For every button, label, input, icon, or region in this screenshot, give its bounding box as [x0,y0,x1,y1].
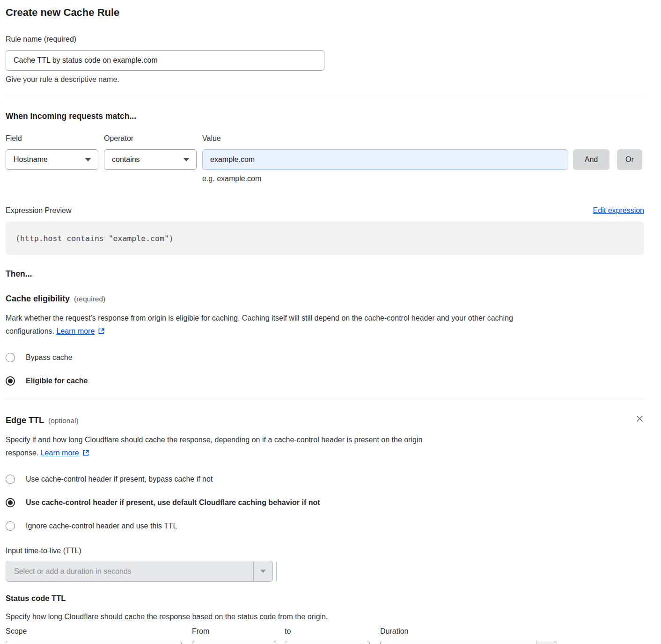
radio-eligible-for-cache[interactable]: Eligible for cache [6,376,88,386]
radio-ignore-header[interactable]: Ignore cache-control header and use this… [6,521,177,531]
operator-select[interactable]: contains [104,149,197,170]
chevron-down-icon [184,158,189,161]
description-text: Mark whether the request’s response from… [6,314,513,322]
rule-name-input[interactable] [6,50,324,71]
radio-bypass-cache[interactable]: Bypass cache [6,353,73,362]
value-column: Value e.g. example.com [202,134,568,183]
text-cursor [276,562,277,581]
edge-ttl-header: Edge TTL (optional) [6,414,644,425]
scope-label: Scope [6,627,182,636]
learn-more-link[interactable]: Learn more [41,449,79,457]
cache-eligibility-header: Cache eligibility (required) [6,294,644,304]
cache-eligibility-description: Mark whether the request’s response from… [6,312,644,339]
optional-tag: (optional) [48,417,79,425]
section-divider [6,399,644,399]
description-text: response. [6,449,38,457]
value-input[interactable] [202,149,568,170]
match-condition-row: Field Hostname Operator contains Value e… [6,134,644,183]
radio-icon [6,353,15,362]
radio-use-header-bypass[interactable]: Use cache-control header if present, byp… [6,475,213,484]
expression-header: Expression Preview Edit expression [6,206,644,215]
edge-ttl-title: Edge TTL [6,416,44,425]
radio-label: Use cache-control header if present, byp… [26,475,213,483]
duration-select-value: 1 day [381,641,536,644]
field-select[interactable]: Hostname [6,149,98,170]
and-button[interactable]: And [573,149,610,170]
field-select-value: Hostname [14,155,48,164]
rule-name-section: Rule name (required) Give your rule a de… [6,35,644,84]
ttl-input-label: Input time-to-live (TTL) [6,547,644,555]
chevron-down-icon [260,570,266,573]
duration-dropdown-button[interactable] [536,641,557,644]
scope-select[interactable]: Range [6,641,182,644]
operator-label: Operator [104,134,197,143]
edit-expression-link[interactable]: Edit expression [593,206,644,215]
status-code-ttl-section: Status code TTL Specify how long Cloudfl… [6,594,644,644]
match-heading: When incoming requests match... [6,111,644,121]
field-column: Field Hostname [6,134,98,170]
chevron-down-icon [85,158,91,161]
expression-code-block: (http.host contains "example.com") [6,221,644,255]
description-text: Specify if and how long Cloudflare shoul… [6,436,422,444]
expression-code: (http.host contains "example.com") [15,234,174,243]
page-title: Create new Cache Rule [6,7,644,19]
radio-icon [6,376,15,386]
ttl-duration-select[interactable]: Select or add a duration in seconds [6,561,273,582]
description-text: configurations. [6,327,54,335]
close-icon[interactable] [635,414,644,423]
radio-label: Ignore cache-control header and use this… [26,522,177,530]
radio-label: Use cache-control header if present, use… [26,498,320,507]
status-code-ttl-description: Specify how long Cloudflare should cache… [6,613,644,621]
required-tag: (required) [74,295,105,303]
value-help: e.g. example.com [202,175,568,183]
cache-eligibility-section: Cache eligibility (required) Mark whethe… [6,294,644,386]
field-label: Field [6,134,98,143]
rule-name-help: Give your rule a descriptive name. [6,75,644,84]
external-link-icon [82,450,89,458]
value-label: Value [202,134,568,143]
cache-eligibility-title: Cache eligibility [6,294,70,304]
duration-select[interactable]: 1 day [380,641,557,644]
or-button[interactable]: Or [617,149,642,170]
to-label: to [285,627,370,636]
from-select[interactable]: 200 [192,641,276,644]
from-label: From [192,627,276,636]
ttl-input-row: Select or add a duration in seconds [6,561,644,582]
radio-icon [6,498,15,507]
learn-more-link[interactable]: Learn more [57,327,95,335]
status-code-ttl-title: Status code TTL [6,594,644,603]
radio-use-header-default[interactable]: Use cache-control header if present, use… [6,498,320,507]
external-link-icon [98,328,105,336]
status-labels-row: Scope From to Duration [6,627,644,636]
then-heading: Then... [6,269,644,279]
radio-label: Eligible for cache [26,377,88,385]
operator-column: Operator contains [104,134,197,170]
create-cache-rule-form: Create new Cache Rule Rule name (require… [0,0,661,644]
expression-preview-label: Expression Preview [6,206,72,215]
match-section: When incoming requests match... Field Ho… [6,111,644,183]
duration-label: Duration [380,627,557,636]
ttl-placeholder: Select or add a duration in seconds [6,561,253,581]
to-select[interactable]: 599 [285,641,370,644]
ttl-dropdown-button[interactable] [253,561,272,581]
rule-name-label: Rule name (required) [6,35,644,44]
radio-icon [6,475,15,484]
section-divider [6,97,644,97]
expression-section: Expression Preview Edit expression (http… [6,206,644,255]
status-selects-row: Range 200 599 1 day [6,641,644,644]
radio-label: Bypass cache [26,353,73,362]
operator-select-value: contains [112,155,140,164]
edge-ttl-description: Specify if and how long Cloudflare shoul… [6,433,644,461]
radio-icon [6,521,15,531]
edge-ttl-section: Edge TTL (optional) Specify if and how l… [6,414,644,582]
